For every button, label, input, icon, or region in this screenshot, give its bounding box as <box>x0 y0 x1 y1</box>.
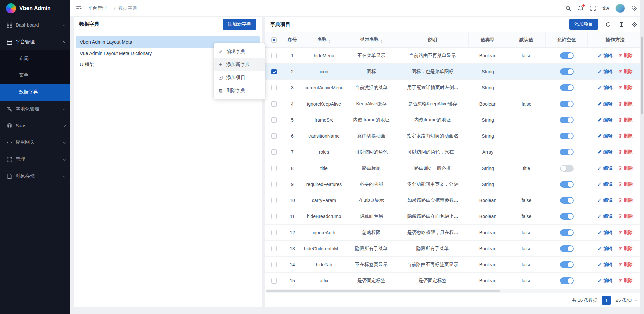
refresh-icon[interactable] <box>605 22 611 27</box>
settings-gear-icon[interactable] <box>631 5 637 11</box>
edit-link[interactable]: 编辑 <box>598 213 612 219</box>
edit-link[interactable]: 编辑 <box>598 278 612 284</box>
page-size-select[interactable]: 25 条/页 <box>615 297 637 303</box>
edit-link[interactable]: 编辑 <box>598 181 612 187</box>
row-checkbox[interactable] <box>271 262 277 267</box>
nullable-toggle[interactable] <box>560 117 574 123</box>
row-checkbox[interactable] <box>271 133 277 139</box>
row-checkbox[interactable] <box>271 198 277 203</box>
row-checkbox[interactable] <box>271 214 277 219</box>
col-name[interactable]: 名称 <box>302 32 346 48</box>
delete-link[interactable]: 删除 <box>618 278 633 284</box>
add-dictionary-button[interactable]: 添加新字典 <box>223 19 256 30</box>
nullable-toggle[interactable] <box>560 229 574 236</box>
row-checkbox[interactable] <box>271 230 277 235</box>
app-logo[interactable]: Vben Admin <box>0 0 70 17</box>
table-row[interactable]: 3 currentActiveMenu 当前激活的菜单 用于配置详情页时左侧..… <box>265 80 643 96</box>
nullable-toggle[interactable] <box>560 101 574 107</box>
row-checkbox[interactable] <box>271 182 277 187</box>
table-row[interactable]: 14 hideTab 不在标签页显示 当前路由不再标签页显示 Boolean f… <box>265 257 643 273</box>
select-all-checkbox[interactable] <box>271 37 277 43</box>
sidebar-item-app-gateway[interactable]: 应用网关 <box>0 134 70 151</box>
fullscreen-icon[interactable] <box>590 5 596 11</box>
delete-link[interactable]: 删除 <box>618 69 633 75</box>
sidebar-item-menu[interactable]: 菜单 <box>0 67 70 84</box>
nullable-toggle[interactable] <box>560 245 574 252</box>
nullable-toggle[interactable] <box>560 68 574 75</box>
horizontal-scrollbar[interactable] <box>266 289 642 293</box>
menu-fold-icon[interactable] <box>76 5 83 12</box>
table-row[interactable]: 10 carryParam 在tab页显示 如果该路由会携带参数... Bool… <box>265 192 643 208</box>
edit-link[interactable]: 编辑 <box>598 53 612 59</box>
edit-link[interactable]: 编辑 <box>598 230 612 236</box>
table-row[interactable]: 1 hideMenu 不在菜单显示 当前路由不再菜单显示 Boolean fal… <box>265 48 643 64</box>
row-checkbox[interactable] <box>271 85 277 90</box>
delete-link[interactable]: 删除 <box>618 117 633 123</box>
edit-link[interactable]: 编辑 <box>598 101 612 107</box>
table-row[interactable]: 8 title 路由标题 路由title 一般必填 String title 编… <box>265 160 643 176</box>
edit-link[interactable]: 编辑 <box>598 133 612 139</box>
delete-link[interactable]: 删除 <box>618 101 633 107</box>
edit-link[interactable]: 编辑 <box>598 85 612 91</box>
delete-link[interactable]: 删除 <box>618 149 633 155</box>
edit-link[interactable]: 编辑 <box>598 197 612 203</box>
edit-link[interactable]: 编辑 <box>598 165 612 171</box>
row-checkbox[interactable] <box>271 278 277 284</box>
edit-link[interactable]: 编辑 <box>598 246 612 252</box>
sidebar-item-data-dictionary[interactable]: 数据字典 <box>0 84 70 101</box>
context-menu-add-item[interactable]: 添加项目 <box>214 71 265 84</box>
notification-bell-icon[interactable] <box>578 5 584 11</box>
delete-link[interactable]: 删除 <box>618 213 633 219</box>
table-settings-gear-icon[interactable] <box>632 22 637 27</box>
translate-icon[interactable]: 文A <box>602 5 609 11</box>
table-row[interactable]: 11 hideBreadcrumb 隐藏面包屑 隐藏该路由在面包屑上... Bo… <box>265 208 643 225</box>
row-checkbox[interactable] <box>271 53 277 58</box>
nullable-toggle[interactable] <box>560 277 574 284</box>
nullable-toggle[interactable] <box>560 133 574 139</box>
table-row[interactable]: 5 frameSrc 内嵌iframe的地址 内嵌iframe的地址 Strin… <box>265 112 643 128</box>
user-avatar[interactable] <box>615 4 625 13</box>
sort-icon[interactable] <box>380 40 382 43</box>
row-checkbox[interactable] <box>271 101 277 107</box>
table-row[interactable]: 4 ignoreKeepAlive KeepAlive缓存 是否忽略KeepAl… <box>265 96 643 112</box>
horizontal-scrollbar-thumb[interactable] <box>266 290 500 292</box>
nullable-toggle[interactable] <box>560 213 574 220</box>
sidebar-item-platform-management[interactable]: 平台管理 <box>0 34 70 50</box>
nullable-toggle[interactable] <box>560 165 574 172</box>
row-checkbox[interactable] <box>271 149 277 155</box>
context-menu-edit-dictionary[interactable]: 编辑字典 <box>214 45 265 58</box>
row-checkbox[interactable] <box>271 246 277 251</box>
context-menu-delete-dictionary[interactable]: 删除字典 <box>214 84 265 97</box>
page-number-button[interactable]: 1 <box>602 296 611 305</box>
delete-link[interactable]: 删除 <box>618 181 633 187</box>
sidebar-item-object-storage[interactable]: 对象存储 <box>0 168 70 184</box>
nullable-toggle[interactable] <box>560 181 574 188</box>
table-row[interactable]: 13 hideChildrenInMenu 隐藏所有子菜单 隐藏所有子菜单 Bo… <box>265 241 643 257</box>
table-row[interactable]: 2 icon 图标 图标，也是菜单图标 String 编辑 删除 <box>265 64 643 80</box>
add-item-button[interactable]: 添加项目 <box>569 19 598 30</box>
sidebar-item-saas[interactable]: Saas <box>0 117 70 134</box>
delete-link[interactable]: 删除 <box>618 246 633 252</box>
table-row[interactable]: 6 transitionName 路由切换动画 指定该路由切换的动画名 Stri… <box>265 128 643 144</box>
nullable-toggle[interactable] <box>560 149 574 155</box>
table-row[interactable]: 15 affix 是否固定标签 是否固定标签 Boolean false 编辑 … <box>265 273 643 289</box>
table-row[interactable]: 7 roles 可以访问的角色 可以访问的角色，只在... Array 编辑 删… <box>265 144 643 160</box>
row-checkbox[interactable] <box>271 166 277 171</box>
nullable-toggle[interactable] <box>560 84 574 91</box>
vertical-scrollbar[interactable] <box>640 0 644 314</box>
column-height-icon[interactable] <box>619 22 624 27</box>
delete-link[interactable]: 删除 <box>618 197 633 203</box>
edit-link[interactable]: 编辑 <box>598 69 612 75</box>
row-checkbox[interactable] <box>271 117 277 123</box>
delete-link[interactable]: 删除 <box>618 230 633 236</box>
nullable-toggle[interactable] <box>560 261 574 268</box>
delete-link[interactable]: 删除 <box>618 133 633 139</box>
delete-link[interactable]: 删除 <box>618 262 633 268</box>
edit-link[interactable]: 编辑 <box>598 149 612 155</box>
breadcrumb-item-platform[interactable]: 平台管理 <box>88 5 111 11</box>
sort-icon[interactable] <box>328 40 330 43</box>
col-display-name[interactable]: 显示名称 <box>346 32 396 48</box>
row-checkbox[interactable] <box>271 69 277 74</box>
sidebar-item-dashboard[interactable]: Dashboard <box>0 17 70 34</box>
table-row[interactable]: 12 ignoreAuth 忽略权限 是否忽略权限，只在权... Boolean… <box>265 225 643 241</box>
